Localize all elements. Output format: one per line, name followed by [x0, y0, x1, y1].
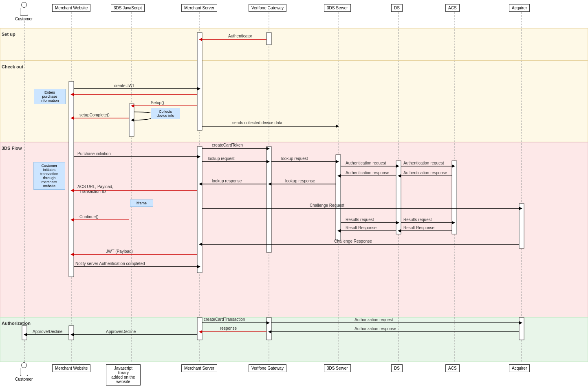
customer-icon-top: [21, 2, 27, 8]
note-iframe: iframe: [130, 199, 153, 207]
customer-label-bottom: Customer: [15, 377, 33, 381]
lane-auth: [0, 317, 588, 362]
verifone-box-bottom: Verifone Gateway: [249, 364, 286, 372]
verifone-header: Verifone Gateway: [249, 4, 286, 12]
3ds-server-box: 3DS Server: [324, 4, 351, 12]
lane-label-3ds: 3DS Flow: [2, 146, 22, 151]
3ds-js-box: 3DS JavaScript: [111, 4, 145, 12]
acquirer-box-bottom: Acquirer: [509, 364, 530, 372]
merchant-server-box-bottom: Merchant Server: [181, 364, 217, 372]
diagram-container: Set up Check out 3DS Flow Authorization: [0, 0, 588, 390]
note-customer-initiates: Customerinitiatestransactionthroughmerch…: [33, 162, 65, 190]
acs-box: ACS: [445, 4, 460, 12]
lane-3ds: [0, 142, 588, 317]
3ds-js-box-bottom: Javascript libraryadded on the website: [106, 364, 141, 386]
merchant-website-footer: Merchant Website: [52, 364, 90, 372]
merchant-server-header: Merchant Server: [181, 4, 217, 12]
ds-footer: DS: [391, 364, 403, 372]
verifone-box: Verifone Gateway: [249, 4, 286, 12]
merchant-server-footer: Merchant Server: [181, 364, 217, 372]
lane-setup: [0, 28, 588, 61]
note-enters-purchase: Enterspurchaseinformation: [34, 89, 66, 104]
customer-participant-bottom: Customer: [15, 362, 33, 381]
ds-box: DS: [391, 4, 403, 12]
verifone-footer: Verifone Gateway: [249, 364, 286, 372]
acs-header: ACS: [445, 4, 460, 12]
lane-label-setup: Set up: [2, 32, 15, 37]
3ds-server-footer: 3DS Server: [324, 364, 351, 372]
lane-label-auth: Authorization: [2, 321, 31, 326]
lane-label-checkout: Check out: [2, 64, 23, 69]
customer-participant-top: Customer: [15, 2, 33, 21]
acquirer-header: Acquirer: [509, 4, 530, 12]
ds-header: DS: [391, 4, 403, 12]
3ds-js-footer: Javascript libraryadded on the website: [106, 364, 141, 386]
merchant-website-header: Merchant Website: [52, 4, 90, 12]
acs-box-bottom: ACS: [445, 364, 460, 372]
acquirer-box: Acquirer: [509, 4, 530, 12]
customer-body-bottom: [20, 368, 28, 376]
3ds-server-header: 3DS Server: [324, 4, 351, 12]
ds-box-bottom: DS: [391, 364, 403, 372]
customer-body-top: [20, 8, 28, 16]
customer-icon-bottom: [21, 362, 27, 368]
merchant-website-box: Merchant Website: [52, 4, 90, 12]
3ds-js-header: 3DS JavaScript: [111, 4, 145, 12]
merchant-website-box-bottom: Merchant Website: [52, 364, 90, 372]
acs-footer: ACS: [445, 364, 460, 372]
customer-label-top: Customer: [15, 17, 33, 21]
note-collects-device: Collectsdevice info: [151, 108, 180, 119]
acquirer-footer: Acquirer: [509, 364, 530, 372]
merchant-server-box: Merchant Server: [181, 4, 217, 12]
3ds-server-box-bottom: 3DS Server: [324, 364, 351, 372]
lane-checkout: [0, 61, 588, 142]
